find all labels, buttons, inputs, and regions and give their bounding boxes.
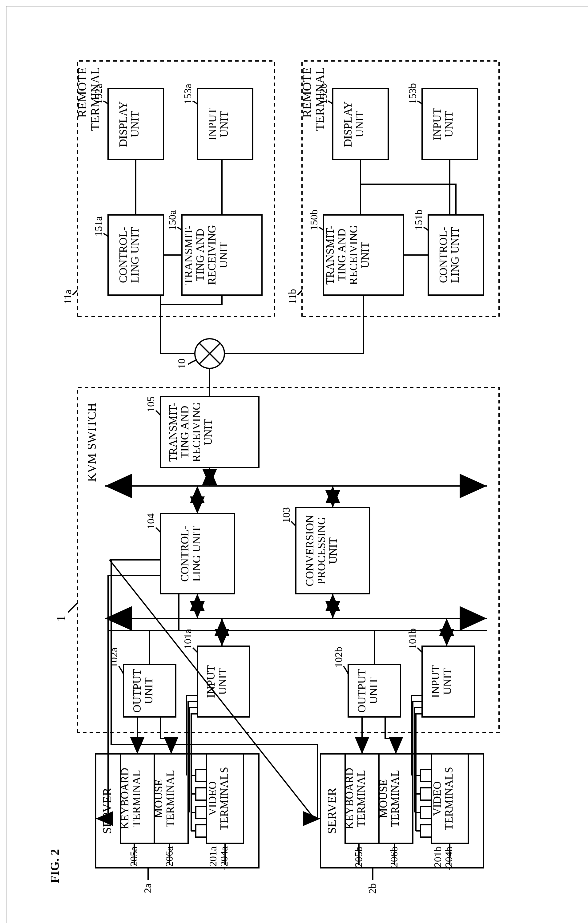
svg-rect-6 (196, 769, 206, 782)
kvm-conversion-ref: 103 (280, 507, 292, 523)
kvm-conversion-label: CONVERSIONPROCESSINGUNIT (303, 515, 339, 586)
svg-rect-14 (421, 825, 431, 837)
kvm-controlling-ref: 104 (145, 513, 156, 529)
remote-a-ref: 11a (62, 289, 73, 304)
network-node-ref: 10 (176, 358, 187, 369)
server-b-label: SERVER (325, 788, 339, 834)
remote-a-txrx-label: TRANSMIT-TING ANDRECEIVINGUNIT (182, 225, 229, 285)
svg-rect-17 (421, 769, 431, 782)
kvm-switch-ref: 1 (54, 615, 68, 621)
svg-rect-4 (196, 806, 206, 819)
remote-a-controlling-label: CONTROL-LING UNIT (117, 227, 141, 283)
figure-title: FIG. 2 (48, 849, 62, 883)
remote-a-input-ref: 153a (182, 84, 193, 104)
svg-rect-5 (196, 788, 206, 800)
remote-a-txrx-ref: 150a (167, 210, 178, 230)
remote-a-display-ref: 152a (93, 84, 104, 104)
remote-b-controlling-ref: 151b (413, 209, 424, 230)
server-a-video-ref: 201a-204a (207, 846, 230, 870)
remote-b-input-label: INPUTUNIT (431, 108, 455, 140)
server-a-ref: 2a (142, 883, 153, 893)
remote-b-txrx-ref: 150b (308, 209, 319, 230)
remote-a-controlling-ref: 151a (93, 216, 104, 236)
svg-rect-15 (421, 806, 431, 819)
remote-b-txrx-label: TRANSMIT-TING ANDRECEIVINGUNIT (324, 225, 371, 285)
server-b-video-label: VIDEOTERMINALS (431, 767, 455, 830)
svg-rect-16 (421, 788, 431, 800)
remote-b-ref: 11b (287, 289, 298, 304)
kvm-input-a-ref: 101a (182, 629, 193, 649)
server-b-mouse-label: MOUSETERMINAL (377, 770, 401, 827)
remote-b-display-ref: 152b (318, 83, 329, 104)
kvm-input-a-label: INPUTUNIT (205, 665, 229, 698)
server-a-label: SERVER (100, 788, 114, 834)
server-a-video-label: VIDEOTERMINALS (206, 767, 230, 830)
server-b-ref: 2b (367, 883, 378, 894)
server-a-mouse-label: MOUSETERMINAL (152, 770, 176, 827)
remote-a-input-label: INPUTUNIT (206, 108, 230, 140)
server-b-keyboard-label: KEYBOARDTERMINAL (343, 768, 367, 829)
kvm-output-b-label: OUTPUTUNIT (355, 669, 380, 713)
network-node-icon (195, 339, 224, 368)
remote-b-input-ref: 153b (407, 83, 418, 104)
remote-b-display-label: DISPLAYUNIT (342, 101, 366, 147)
kvm-input-b-ref: 101b (407, 628, 418, 649)
kvm-input-b-label: INPUTUNIT (429, 665, 454, 698)
kvm-controlling-label: CONTROL-LING UNIT (179, 526, 203, 582)
server-a-keyboard-label: KEYBOARDTERMINAL (118, 768, 142, 829)
kvm-txrx-label: TRANSMIT-TING ANDRECEIVINGUNIT (167, 402, 214, 462)
kvm-output-a-ref: 102a (108, 647, 120, 668)
server-b-video-ref: 201b-204b (432, 846, 454, 870)
remote-a-display-label: DISPLAYUNIT (117, 101, 141, 147)
remote-a-box (77, 61, 274, 317)
figure-page: FIG. 2 SERVER KEYBOARDTERMINAL MOUSETERM… (6, 6, 588, 923)
remote-b-controlling-label: CONTROL-LING UNIT (437, 227, 461, 283)
kvm-switch-label: KVM SWITCH (85, 403, 98, 482)
kvm-output-b-ref: 102b (333, 647, 344, 668)
svg-rect-3 (196, 825, 206, 837)
kvm-output-a-label: OUTPUTUNIT (131, 669, 155, 713)
kvm-txrx-ref: 105 (145, 396, 156, 412)
